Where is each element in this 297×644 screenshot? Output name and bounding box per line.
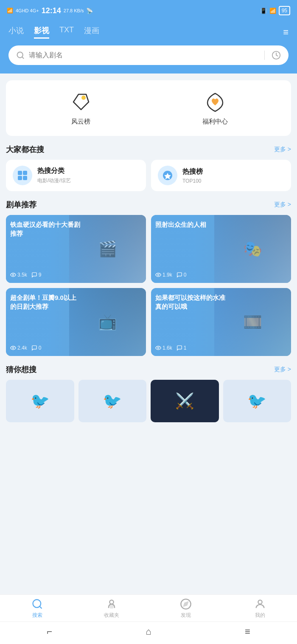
svg-rect-16 <box>110 605 113 608</box>
svg-line-14 <box>39 606 42 608</box>
hot-categories-icon <box>13 166 32 185</box>
quick-actions-card: 风云榜 福利中心 <box>6 80 291 136</box>
playlist-card-3[interactable]: 🎞️ 如果都可以按这样的水准真的可以哦 1.6k 1 <box>151 288 291 356</box>
status-bar: 📶 4GHD 4G+ 12:14 27.8 KB/s 📡 📳 📶 95 <box>0 0 297 21</box>
nav-tabs: 小说 影视 TXT 漫画 ≡ <box>8 25 289 39</box>
svg-rect-4 <box>18 171 22 175</box>
views-1: 1.9k <box>155 272 172 278</box>
signal-icon: 📶 <box>7 8 13 14</box>
hot-top100-info: 热搜榜 TOP100 <box>182 167 203 184</box>
signal-4g: 4GHD 4G+ <box>16 8 39 13</box>
status-time: 12:14 <box>42 6 61 15</box>
svg-point-10 <box>157 274 159 276</box>
playlist-card-2[interactable]: 📺 超全剧单！豆瓣9.0以上的日剧大推荐 2.4k 0 <box>6 288 146 356</box>
playlist-content-2: 超全剧单！豆瓣9.0以上的日剧大推荐 2.4k 0 <box>6 288 146 356</box>
svg-rect-5 <box>23 171 27 175</box>
menu-icon[interactable]: ≡ <box>283 27 289 38</box>
playlist-card-0[interactable]: 🎬 铁血硬汉必看的十大番剧推荐 3.5k 9 <box>6 215 146 283</box>
playlist-header: 剧单推荐 更多 > <box>6 200 291 210</box>
svg-rect-7 <box>23 176 27 180</box>
clock-icon[interactable] <box>272 51 281 60</box>
comments-3: 1 <box>177 345 187 351</box>
guess-item-2[interactable]: ⚔️ <box>151 380 219 422</box>
tab-discover[interactable]: 发现 <box>171 598 201 619</box>
playlist-card-title-3: 如果都可以按这样的水准真的可以哦 <box>155 293 228 311</box>
playlist-more[interactable]: 更多 > <box>274 201 291 209</box>
search-input[interactable] <box>29 51 258 59</box>
playlist-stats-1: 1.9k 0 <box>155 272 287 278</box>
guess-item-inner-1: 🐦 <box>78 380 147 422</box>
hot-categories-card[interactable]: 热搜分类 电影/动漫/综艺 <box>6 160 146 191</box>
svg-marker-18 <box>184 602 188 606</box>
wifi-icon: 📡 <box>86 8 93 14</box>
svg-point-9 <box>12 274 14 276</box>
comments-2: 0 <box>31 345 42 351</box>
svg-point-11 <box>12 347 14 349</box>
battery-indicator: 95 <box>279 6 290 15</box>
header: 小说 影视 TXT 漫画 ≡ <box>0 21 297 73</box>
playlist-card-title-2: 超全剧单！豆瓣9.0以上的日剧大推荐 <box>10 293 83 311</box>
guess-item-inner-0: 🐦 <box>6 380 74 422</box>
vibrate-icon: 📳 <box>260 8 267 14</box>
discover-tab-label: 发现 <box>181 612 191 619</box>
playlist-content-0: 铁血硬汉必看的十大番剧推荐 3.5k 9 <box>6 215 146 283</box>
tab-search[interactable]: 搜索 <box>22 598 52 619</box>
guess-item-3[interactable]: 🐦 <box>223 380 291 422</box>
tab-yingshi[interactable]: 影视 <box>34 25 49 39</box>
playlist-grid: 🎬 铁血硬汉必看的十大番剧推荐 3.5k 9 <box>6 215 291 356</box>
views-0: 3.5k <box>10 272 27 278</box>
hot-top100-card[interactable]: 热搜榜 TOP100 <box>151 160 291 191</box>
nav-tabs-left: 小说 影视 TXT 漫画 <box>8 25 99 39</box>
comments-0: 9 <box>31 272 42 278</box>
hot-top100-title: 热搜榜 <box>182 167 203 176</box>
popular-search-header: 大家都在搜 更多 > <box>6 144 291 155</box>
recent-button[interactable]: ≡ <box>245 626 250 637</box>
svg-line-1 <box>22 57 24 59</box>
playlist-stats-2: 2.4k 0 <box>10 345 142 351</box>
popular-search-title: 大家都在搜 <box>6 144 44 155</box>
svg-point-15 <box>109 600 113 604</box>
tab-profile[interactable]: 我的 <box>245 598 275 619</box>
guess-search-more[interactable]: 更多 > <box>274 366 291 373</box>
guess-grid: 🐦 🐦 ⚔️ 🐦 <box>6 380 291 422</box>
search-bar[interactable] <box>8 45 289 65</box>
svg-point-12 <box>157 347 159 349</box>
status-right: 📳 📶 95 <box>260 6 290 15</box>
guess-search-header: 猜你想搜 更多 > <box>6 364 291 375</box>
playlist-content-3: 如果都可以按这样的水准真的可以哦 1.6k 1 <box>151 288 291 356</box>
hot-categories-title: 热搜分类 <box>37 167 71 175</box>
playlist-card-title-1: 照射出众生的人相 <box>155 220 228 229</box>
fengyunbang-icon <box>70 90 92 113</box>
status-left: 📶 4GHD 4G+ 12:14 27.8 KB/s 📡 <box>7 6 93 15</box>
main-content: 风云榜 福利中心 大家都在搜 更多 > <box>0 73 297 490</box>
guess-item-inner-3: 🐦 <box>223 380 291 422</box>
hot-categories-info: 热搜分类 电影/动漫/综艺 <box>37 167 71 184</box>
tab-xiaoshuo[interactable]: 小说 <box>8 25 24 39</box>
svg-point-13 <box>33 600 41 608</box>
tab-favorites[interactable]: 收藏夹 <box>97 598 126 619</box>
comments-1: 0 <box>177 272 187 278</box>
tab-manhua[interactable]: 漫画 <box>84 25 99 39</box>
profile-tab-label: 我的 <box>255 612 265 619</box>
playlist-card-1[interactable]: 🎭 照射出众生的人相 1.9k 0 <box>151 215 291 283</box>
search-tab-label: 搜索 <box>32 612 42 619</box>
guess-item-1[interactable]: 🐦 <box>78 380 147 422</box>
signal-right-icon: 📶 <box>269 8 276 14</box>
fulizhongxin-label: 福利中心 <box>202 118 228 126</box>
system-nav: ⌐ ⌂ ≡ <box>0 621 297 644</box>
fengyunbang-label: 风云榜 <box>71 118 90 126</box>
home-button[interactable]: ⌂ <box>146 626 151 637</box>
svg-rect-6 <box>18 176 22 180</box>
favorites-tab-label: 收藏夹 <box>104 612 119 619</box>
bottom-tabs: 搜索 收藏夹 发现 <box>0 595 297 621</box>
back-button[interactable]: ⌐ <box>47 626 52 637</box>
tab-txt[interactable]: TXT <box>59 25 74 39</box>
favorites-tab-icon <box>106 598 118 610</box>
quick-item-fulizhongxin[interactable]: 福利中心 <box>202 90 228 126</box>
hot-categories-sub: 电影/动漫/综艺 <box>37 177 71 184</box>
guess-item-0[interactable]: 🐦 <box>6 380 74 422</box>
views-3: 1.6k <box>155 345 172 351</box>
popular-search-more[interactable]: 更多 > <box>274 146 291 153</box>
playlist-content-1: 照射出众生的人相 1.9k 0 <box>151 215 291 283</box>
quick-item-fengyunbang[interactable]: 风云榜 <box>70 90 92 126</box>
